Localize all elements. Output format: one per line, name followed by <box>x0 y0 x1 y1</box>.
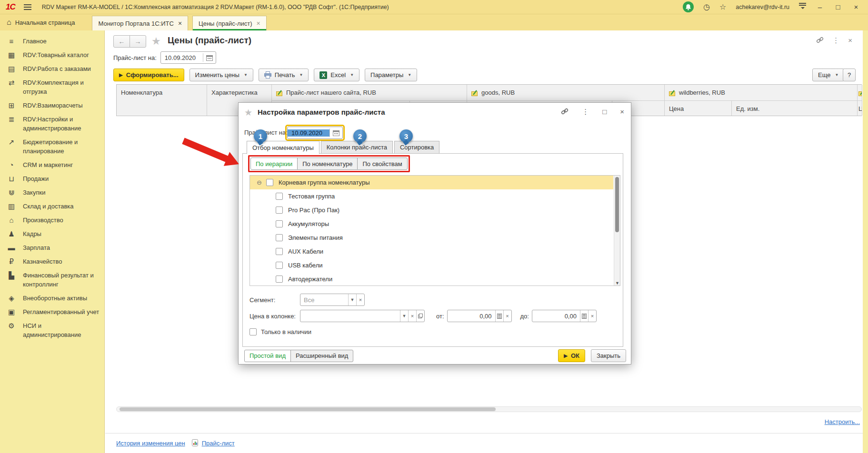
dialog-header[interactable]: ★ Настройка параметров прайс-листа ⋮ □ × <box>239 103 631 122</box>
minimize-button[interactable]: – <box>816 3 824 11</box>
nomenclature-tree[interactable]: ⊖Корневая группа номенклатурыТестовая гр… <box>249 175 620 286</box>
tree-item-checkbox[interactable] <box>276 234 283 241</box>
favorite-star-icon[interactable]: ★ <box>151 35 161 48</box>
sidebar-item[interactable]: ◈Внеоборотные активы <box>0 291 104 305</box>
more-button[interactable]: Еще▼ <box>812 69 844 81</box>
ok-button[interactable]: ▶ ОК <box>558 349 585 362</box>
clear-icon[interactable]: × <box>408 310 416 322</box>
maximize-button[interactable]: □ <box>834 3 842 11</box>
scroll-down-icon[interactable]: ▼ <box>615 281 620 286</box>
sidebar-item[interactable]: ▙Финансовый результат и контроллинг <box>0 268 104 291</box>
calculator-icon[interactable] <box>495 310 503 322</box>
tree-item-row[interactable]: Элементы питания <box>250 231 620 245</box>
calculator-icon[interactable] <box>580 310 588 322</box>
segment-combobox[interactable]: Все ▼ × <box>300 294 365 306</box>
sidebar-item[interactable]: ▣Регламентированный учет <box>0 305 104 319</box>
get-link-icon[interactable] <box>816 36 824 45</box>
date-input[interactable]: 10.09.2020 <box>160 51 216 64</box>
column-price-site[interactable]: Прайс-лист нашего сайта, RUB <box>272 85 467 101</box>
price-column-combobox[interactable]: ▼ × <box>300 310 425 322</box>
sidebar-item[interactable]: ↗Бюджетирование и планирование <box>0 135 104 158</box>
clear-icon[interactable]: × <box>588 310 596 322</box>
close-button[interactable]: Закрыть <box>591 349 626 362</box>
close-form-icon[interactable]: × <box>848 36 852 45</box>
forward-button[interactable]: → <box>130 35 146 48</box>
change-prices-button[interactable]: Изменить цены▼ <box>190 69 253 81</box>
sidebar-item[interactable]: ≡Главное <box>0 34 104 48</box>
tree-item-row[interactable]: Аккумуляторы <box>250 217 620 231</box>
extended-view-button[interactable]: Расширенный вид <box>290 350 353 362</box>
more-actions-icon[interactable]: ⋮ <box>582 108 589 117</box>
tools-menu-icon[interactable] <box>799 3 806 11</box>
column-price-wildberries[interactable]: wildberries, RUB <box>665 85 858 101</box>
close-dialog-icon[interactable]: × <box>620 108 624 117</box>
horizontal-scrollbar[interactable] <box>116 406 862 412</box>
tree-item-row[interactable]: Pro Pac (Про Пак) <box>250 203 620 217</box>
tree-item-row[interactable]: USB кабели <box>250 258 620 272</box>
only-in-stock-checkbox[interactable] <box>249 328 257 335</box>
sidebar-item[interactable]: ▬Зарплата <box>0 241 104 255</box>
clear-icon[interactable]: × <box>503 310 511 322</box>
clear-icon[interactable]: × <box>356 294 364 305</box>
sidebar-item[interactable]: ⚙НСИ и администрирование <box>0 319 104 342</box>
configure-link[interactable]: Настроить... <box>825 418 860 425</box>
dropdown-icon[interactable]: ▼ <box>348 294 356 305</box>
date-value[interactable]: 10.09.2020 <box>161 54 203 61</box>
tab-prices[interactable]: Цены (прайс-лист) × <box>192 16 267 30</box>
sidebar-item[interactable]: ▤RDV:Работа с заказами <box>0 62 104 76</box>
sidebar-item[interactable]: ⌂Производство <box>0 213 104 227</box>
sidebar-item[interactable]: ⊔Продажи <box>0 172 104 186</box>
collapse-icon[interactable]: ⊖ <box>257 179 262 186</box>
tree-item-row[interactable]: Автодержатели <box>250 272 620 286</box>
vertical-scrollbar[interactable]: ▼ <box>614 176 620 286</box>
scrollbar-thumb[interactable] <box>120 407 496 411</box>
back-button[interactable]: ← <box>113 35 130 48</box>
calendar-icon[interactable] <box>330 127 342 138</box>
tree-item-checkbox[interactable] <box>276 262 283 269</box>
scrollbar-thumb[interactable] <box>615 177 619 232</box>
calendar-icon[interactable] <box>203 52 216 63</box>
date-value-selected[interactable]: 10.09.2020 <box>288 129 329 137</box>
tree-item-checkbox[interactable] <box>266 179 273 186</box>
dialog-tab-3[interactable]: Сортировка <box>394 141 439 154</box>
price-to-field[interactable]: 0,00 × <box>532 310 597 322</box>
user-account[interactable]: achekarev@rdv-it.ru <box>736 4 789 10</box>
sidebar-item[interactable]: ₽Казначейство <box>0 255 104 268</box>
maximize-dialog-icon[interactable]: □ <box>602 108 607 117</box>
subcolumn-unit[interactable]: Ед. изм. <box>732 101 858 116</box>
parameters-button[interactable]: Параметры▼ <box>365 69 417 81</box>
price-history-link[interactable]: История изменения цен <box>116 440 185 447</box>
sidebar-item[interactable]: ≣RDV:Настройки и администрирование <box>0 112 104 135</box>
sidebar-item[interactable]: ▦RDV:Товарный каталог <box>0 48 104 62</box>
open-icon[interactable] <box>416 310 424 322</box>
segment-placeholder[interactable]: Все <box>300 294 348 305</box>
filter-mode-2[interactable]: По номенклатуре <box>297 158 358 170</box>
tree-item-row[interactable]: AUX Кабели <box>250 245 620 258</box>
price-column-value[interactable] <box>300 310 400 322</box>
tab-portal-monitor[interactable]: Монитор Портала 1С:ИТС × <box>92 16 188 30</box>
generate-button[interactable]: ▶ Сформировать... <box>113 69 184 81</box>
favorites-star-icon[interactable]: ☆ <box>719 3 726 11</box>
excel-button[interactable]: X Excel▼ <box>314 69 359 81</box>
sidebar-item[interactable]: ⊞RDV:Взаиморасчеты <box>0 98 104 112</box>
filter-mode-3[interactable]: По свойствам <box>357 158 407 170</box>
subcolumn-price[interactable]: Цена <box>665 101 732 116</box>
tab-home[interactable]: ⌂ Начальная страница <box>0 14 85 30</box>
favorite-star-icon[interactable]: ★ <box>244 107 252 118</box>
tree-item-row[interactable]: Тестовая группа <box>250 189 620 203</box>
simple-view-button[interactable]: Простой вид <box>244 350 291 362</box>
dialog-tab-2[interactable]: Колонки прайс-листа <box>321 141 393 154</box>
date-input[interactable]: 10.09.2020 <box>287 127 343 139</box>
price-from-value[interactable]: 0,00 <box>448 310 495 322</box>
tab-close-icon[interactable]: × <box>178 20 182 27</box>
tree-root-row[interactable]: ⊖Корневая группа номенклатуры <box>250 176 613 189</box>
sidebar-item[interactable]: ⋓Закупки <box>0 186 104 199</box>
close-button[interactable]: × <box>852 3 860 11</box>
pricelist-report-link[interactable]: Прайс-лист <box>202 440 235 447</box>
help-button[interactable]: ? <box>843 69 856 81</box>
tree-item-checkbox[interactable] <box>276 220 283 227</box>
tree-item-checkbox[interactable] <box>276 207 283 214</box>
column-nomenclature[interactable]: Номенклатура <box>117 85 207 116</box>
notifications-bell-icon[interactable] <box>683 1 694 12</box>
sidebar-item[interactable]: ▥Склад и доставка <box>0 199 104 213</box>
